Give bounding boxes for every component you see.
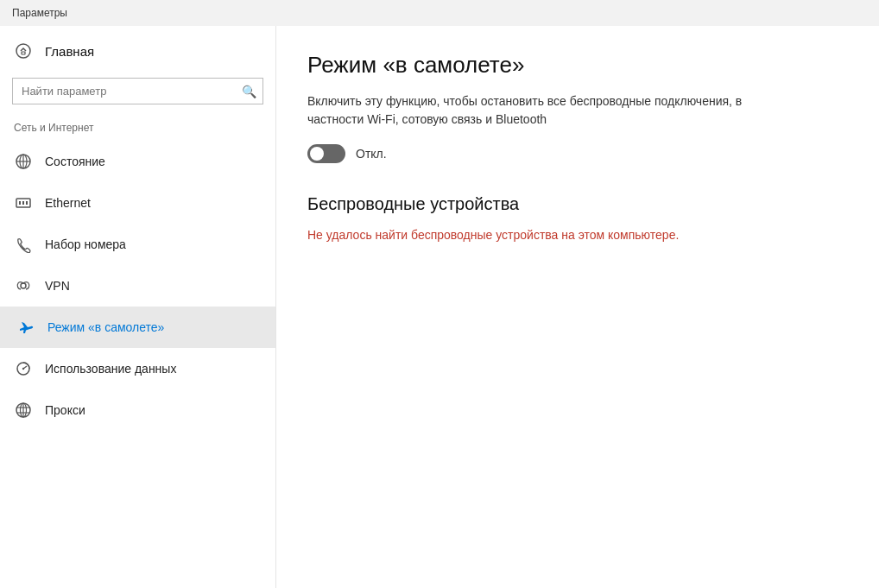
sidebar-item-label-data: Использование данных <box>45 362 176 376</box>
sidebar-item-label-proxy: Прокси <box>45 403 85 417</box>
title-bar: Параметры <box>0 0 879 26</box>
data-icon <box>14 359 33 378</box>
main-content: Режим «в самолете» Включить эту функцию,… <box>276 26 879 588</box>
search-icon: 🔍 <box>242 85 256 98</box>
sidebar-item-proxy[interactable]: Прокси <box>0 389 275 431</box>
app-title: Параметры <box>12 7 67 19</box>
svg-point-0 <box>16 44 30 58</box>
svg-rect-1 <box>22 52 25 54</box>
page-description: Включить эту функцию, чтобы остановить в… <box>307 92 756 129</box>
proxy-icon <box>14 401 33 420</box>
sidebar-item-label-dialup: Набор номера <box>45 237 126 251</box>
svg-rect-9 <box>26 201 28 205</box>
section-label: Сеть и Интернет <box>0 118 275 141</box>
dialup-icon <box>14 235 33 254</box>
home-item[interactable]: Главная <box>0 29 275 73</box>
sidebar-item-label-vpn: VPN <box>45 279 70 293</box>
home-label: Главная <box>45 44 94 59</box>
airplane-icon <box>16 318 35 337</box>
search-input[interactable] <box>12 78 263 104</box>
home-icon <box>14 41 33 60</box>
status-icon <box>14 152 33 171</box>
sidebar-item-label-status: Состояние <box>45 155 105 168</box>
sidebar-item-vpn[interactable]: VPN <box>0 265 275 307</box>
sidebar: Главная 🔍 Сеть и Интернет Состояние <box>0 26 276 588</box>
ethernet-icon <box>14 193 33 212</box>
svg-rect-8 <box>22 201 24 205</box>
airplane-mode-toggle[interactable] <box>307 144 345 163</box>
section-title: Беспроводные устройства <box>307 194 848 214</box>
sidebar-item-data[interactable]: Использование данных <box>0 348 275 389</box>
search-box: 🔍 <box>12 78 263 104</box>
page-title: Режим «в самолете» <box>307 52 848 79</box>
vpn-icon <box>14 276 33 295</box>
error-message: Не удалось найти беспроводные устройства… <box>307 226 705 244</box>
sidebar-item-ethernet[interactable]: Ethernet <box>0 182 275 224</box>
sidebar-item-dialup[interactable]: Набор номера <box>0 224 275 265</box>
sidebar-item-label-ethernet: Ethernet <box>45 196 91 210</box>
svg-point-13 <box>22 368 24 370</box>
sidebar-item-status[interactable]: Состояние <box>0 141 275 182</box>
sidebar-item-label-airplane: Режим «в самолете» <box>47 320 164 334</box>
toggle-label: Откл. <box>356 147 387 161</box>
toggle-row: Откл. <box>307 144 848 163</box>
svg-rect-7 <box>19 201 21 205</box>
svg-point-10 <box>21 283 26 288</box>
main-container: Главная 🔍 Сеть и Интернет Состояние <box>0 26 879 588</box>
sidebar-item-airplane[interactable]: Режим «в самолете» <box>0 307 275 348</box>
